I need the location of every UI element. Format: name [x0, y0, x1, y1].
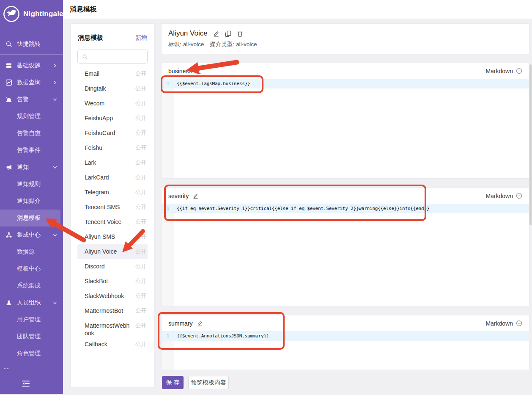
edit-icon[interactable] [213, 30, 219, 37]
sidebar: Nightingale 快捷跳转基础设施数据查询告警规则管理告警自愈告警事件通知… [0, 0, 63, 394]
list-item-slackwebhook[interactable]: SlackWebhook公开 [77, 289, 148, 304]
list-item-mattermostbot[interactable]: MattermostBot公开 [77, 304, 148, 318]
brand-logo[interactable]: Nightingale [0, 0, 63, 27]
sidebar-item-team-management[interactable]: 团队管理 [0, 328, 63, 345]
list-item-callback[interactable]: Callback公开 [77, 337, 148, 352]
chevron-down-icon [53, 165, 57, 169]
sidebar-item-notification-rules[interactable]: 通知规则 [0, 176, 63, 193]
list-item-aliyun-voice[interactable]: Aliyun Voice公开 [77, 244, 148, 259]
code-editor[interactable]: 1 {{if eq $event.Severity 1}}critical{{e… [162, 204, 529, 306]
sidebar-item-label: 通知 [17, 163, 29, 171]
vertical-scrollbar[interactable] [529, 64, 532, 225]
sidebar-item-template-center[interactable]: 模板中心 [0, 260, 63, 277]
sidebar-item-data-sources[interactable]: 数据源 [0, 243, 63, 260]
list-item-lark[interactable]: Lark公开 [77, 155, 148, 170]
code-editor[interactable]: 1 {{$event.TagsMap.business}} [162, 79, 529, 178]
list-item-email[interactable]: Email公开 [77, 66, 148, 81]
delete-icon[interactable] [237, 30, 243, 37]
list-item-feishucard[interactable]: FeishuCard公开 [77, 126, 148, 141]
sidebar-item-label: 系统集成 [17, 282, 41, 290]
template-search[interactable] [77, 50, 148, 64]
template-name: LarkCard [85, 174, 109, 181]
minus-circle-icon[interactable] [516, 68, 522, 74]
sidebar-item-integration-center[interactable]: 集成中心 [0, 227, 63, 243]
list-item-wecom[interactable]: Wecom公开 [77, 96, 148, 111]
list-item-feishuapp[interactable]: FeishuApp公开 [77, 111, 148, 126]
sidebar-item-notification[interactable]: 通知 [0, 159, 63, 176]
list-item-slackbot[interactable]: SlackBot公开 [77, 274, 148, 289]
sidebar-item-label: 规则管理 [17, 113, 41, 120]
code-line[interactable]: {{$event.TagsMap.business}} [177, 79, 250, 88]
template-name: MattermostWebhook [85, 322, 132, 337]
editor-gutter [162, 79, 174, 178]
list-item-larkcard[interactable]: LarkCard公开 [77, 170, 148, 185]
person-icon [5, 299, 12, 306]
detail-meta: 标识:ali-voice媒介类型:ali-voice [168, 41, 522, 48]
list-item-telegram[interactable]: Telegram公开 [77, 185, 148, 200]
sidebar-item-alert-events[interactable]: 告警事件 [0, 142, 63, 159]
visibility-badge: 公开 [135, 233, 146, 240]
edit-icon[interactable] [197, 320, 203, 326]
bird-logo-icon [3, 5, 20, 23]
section-name: business [168, 68, 192, 75]
search-icon [5, 41, 12, 47]
list-item-discord[interactable]: Discord公开 [77, 259, 148, 274]
copy-icon[interactable] [225, 30, 231, 37]
template-name: Tencent Voice [85, 218, 121, 226]
code-line[interactable]: {{if eq $event.Severity 1}}critical{{els… [177, 204, 429, 213]
sidebar-item-role-management[interactable]: 角色管理 [0, 345, 63, 362]
sidebar-item-infrastructure[interactable]: 基础设施 [0, 57, 63, 74]
minus-circle-icon[interactable] [516, 193, 522, 199]
visibility-badge: 公开 [135, 307, 146, 315]
sidebar-item-quick-jump[interactable]: 快捷跳转 [0, 36, 63, 52]
sidebar-item-alerts[interactable]: 告警 [0, 91, 63, 108]
template-name: Discord [85, 262, 104, 270]
ident-label: 标识: [168, 41, 181, 47]
sidebar-item-people-org[interactable]: 人员组织 [0, 294, 63, 311]
alarm-icon [5, 96, 12, 103]
section-name: severity [168, 193, 189, 199]
list-item-aliyun-sms[interactable]: Aliyun SMS公开 [77, 229, 148, 244]
sidebar-item-notification-channels[interactable]: 通知媒介 [0, 193, 63, 210]
visibility-badge: 公开 [135, 159, 146, 166]
visibility-badge: 公开 [135, 218, 146, 226]
minus-circle-icon[interactable] [516, 320, 522, 326]
sidebar-item-user-management[interactable]: 用户管理 [0, 311, 63, 328]
preview-template-button[interactable]: 预览模板内容 [188, 376, 229, 389]
search-input[interactable] [90, 53, 143, 60]
sidebar-item-data-query[interactable]: 数据查询 [0, 74, 63, 91]
edit-icon[interactable] [193, 193, 198, 199]
sidebar-item-system-integration[interactable]: 系统集成 [0, 277, 63, 294]
sidebar-item-label: 基础设施 [17, 62, 41, 69]
list-item-tencent-sms[interactable]: Tencent SMS公开 [77, 200, 148, 215]
chart-icon [5, 79, 12, 86]
template-list: Email公开Dingtalk公开Wecom公开FeishuApp公开Feish… [77, 66, 148, 352]
chevron-down-icon [53, 233, 57, 237]
section-business: business Markdown 1 {{$event.TagsMap.bus… [161, 63, 529, 179]
visibility-badge: 公开 [135, 292, 146, 300]
line-number: 1 [162, 204, 174, 213]
code-line[interactable]: {{$event.AnnotationsJSON.summary}} [177, 331, 269, 341]
list-item-mattermostwebhook[interactable]: MattermostWebhook公开 [77, 318, 148, 337]
save-button[interactable]: 保 存 [162, 376, 184, 389]
list-item-dingtalk[interactable]: Dingtalk公开 [77, 81, 148, 96]
sidebar-item-label: 通知规则 [17, 180, 41, 188]
sidebar-item-label: 告警 [17, 96, 29, 103]
template-name: Feishu [85, 144, 102, 152]
line-number: 1 [162, 79, 174, 88]
menu-fold-icon[interactable] [21, 379, 32, 389]
sidebar-nav: 快捷跳转基础设施数据查询告警规则管理告警自愈告警事件通知通知规则通知媒介消息模板… [0, 36, 63, 362]
sidebar-overflow-dashes: -- [4, 365, 9, 372]
list-item-tencent-voice[interactable]: Tencent Voice公开 [77, 215, 148, 229]
sidebar-item-message-templates[interactable]: 消息模板 [0, 210, 60, 227]
visibility-badge: 公开 [135, 262, 146, 270]
chevron-down-icon [53, 301, 57, 305]
list-item-feishu[interactable]: Feishu公开 [77, 141, 148, 155]
sidebar-item-alert-self-healing[interactable]: 告警自愈 [0, 125, 63, 142]
edit-icon[interactable] [196, 68, 201, 74]
template-name: Tencent SMS [85, 203, 120, 211]
sidebar-item-label: 告警自愈 [17, 130, 41, 137]
add-template-button[interactable]: 新增 [135, 34, 147, 42]
code-editor[interactable]: 1 {{$event.AnnotationsJSON.summary}} [162, 331, 529, 370]
sidebar-item-rule-management[interactable]: 规则管理 [0, 108, 63, 125]
